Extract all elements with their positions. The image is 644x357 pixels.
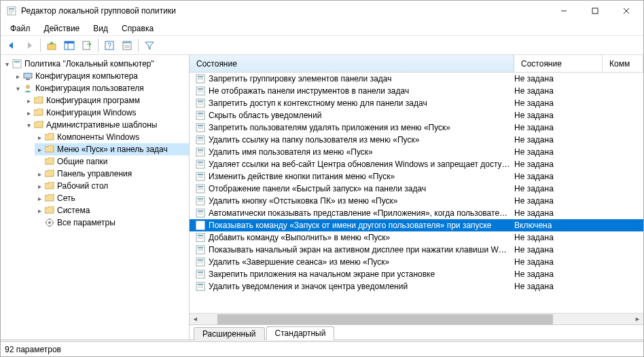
tree-admin-templates[interactable]: ▾ Административные шаблоны	[24, 119, 189, 131]
export-button[interactable]	[79, 37, 95, 54]
chevron-right-icon[interactable]: ▸	[24, 97, 33, 105]
tree-start-menu[interactable]: ▸ Меню «Пуск» и панель задач	[35, 143, 189, 155]
chevron-down-icon[interactable]: ▾	[24, 121, 33, 129]
list-item[interactable]: Удалить уведомления и значок центра увед…	[190, 280, 643, 293]
tree-pane[interactable]: ▾ Политика "Локальный компьютер" ▸ Конфи…	[1, 55, 190, 339]
list-item-comment: .	[603, 282, 643, 291]
list-item-comment: .	[603, 269, 643, 279]
window-root: Редактор локальной групповой политики Фа…	[0, 0, 644, 357]
list-item[interactable]: Удалить имя пользователя из меню «Пуск»Н…	[190, 146, 643, 158]
list-item[interactable]: Удалить кнопку «Отстыковка ПК» из меню «…	[190, 195, 643, 207]
maximize-button[interactable]	[579, 1, 611, 21]
forward-button[interactable]	[21, 37, 37, 54]
svg-rect-50	[198, 128, 203, 129]
menu-help[interactable]: Справка	[115, 22, 160, 35]
scroll-right-icon[interactable]: ►	[632, 314, 643, 325]
tree-all-settings[interactable]: Все параметры	[35, 217, 189, 229]
menu-action[interactable]: Действие	[37, 22, 87, 35]
menu-file[interactable]: Файл	[3, 22, 37, 35]
tab-extended[interactable]: Расширенный	[194, 327, 265, 340]
list-item[interactable]: Запретить доступ к контекстному меню для…	[190, 97, 643, 109]
minimize-button[interactable]	[548, 1, 579, 21]
svg-rect-68	[198, 186, 203, 187]
tree-computer-config[interactable]: ▸ Конфигурация компьютера	[13, 70, 189, 82]
tabstrip: Расширенный Стандартный	[190, 324, 643, 339]
list-item[interactable]: Показывать начальный экран на активном д…	[190, 244, 643, 256]
svg-rect-73	[198, 200, 203, 201]
tree-label: Компоненты Windows	[57, 132, 139, 142]
show-hide-tree-button[interactable]	[61, 37, 77, 54]
list-item-comment: .	[603, 74, 643, 83]
list-item[interactable]: Добавить команду «Выполнить» в меню «Пус…	[190, 231, 643, 244]
column-header-name[interactable]: Состояние	[190, 55, 514, 72]
svg-rect-102	[198, 287, 203, 288]
column-header-state[interactable]: Состояние	[514, 55, 603, 72]
up-button[interactable]	[43, 37, 60, 54]
list-item[interactable]: Скрыть область уведомленийНе задана.	[190, 109, 643, 121]
menu-view[interactable]: Вид	[86, 22, 115, 35]
tab-standard[interactable]: Стандартный	[266, 326, 335, 340]
list-item[interactable]: Автоматически показывать представление «…	[190, 207, 643, 219]
list-item-name: Удаляет ссылки на веб-сайт Центра обновл…	[209, 159, 514, 169]
svg-rect-38	[198, 92, 203, 92]
svg-rect-56	[198, 149, 203, 151]
tree-desktop[interactable]: ▸ Рабочий стол	[35, 180, 189, 192]
list-item[interactable]: Запретить пользователям удалять приложен…	[190, 121, 643, 134]
list-item-name: Показывать начальный экран на активном д…	[209, 245, 514, 255]
svg-rect-61	[198, 164, 203, 164]
list-item[interactable]: Показывать команду «Запуск от имени друг…	[190, 219, 643, 231]
tree-windows-settings[interactable]: ▸ Конфигурация Windows	[24, 107, 189, 119]
list-item-state: Не задана	[514, 257, 603, 267]
svg-rect-40	[198, 100, 203, 102]
list-item[interactable]: Не отображать панели инструментов в пане…	[190, 85, 643, 97]
svg-rect-90	[198, 250, 203, 251]
properties-button[interactable]	[119, 37, 135, 54]
chevron-right-icon[interactable]: ▸	[13, 73, 22, 80]
list-item-state: Не задана	[514, 233, 603, 242]
scroll-left-icon[interactable]: ◄	[190, 314, 201, 325]
chevron-right-icon[interactable]: ▸	[35, 170, 44, 178]
list-item-name: Запретить группировку элементов панели з…	[209, 74, 514, 83]
list-item[interactable]: Запретить группировку элементов панели з…	[190, 73, 643, 85]
list-item[interactable]: Закрепить приложения на начальном экране…	[190, 268, 643, 280]
back-button[interactable]	[3, 37, 20, 54]
list-item[interactable]: Удалить ссылку на папку пользователя из …	[190, 134, 643, 146]
chevron-right-icon[interactable]: ▸	[24, 109, 33, 117]
svg-rect-19	[124, 47, 130, 48]
chevron-down-icon[interactable]: ▾	[13, 85, 22, 92]
tree-software-settings[interactable]: ▸ Конфигурация программ	[24, 94, 189, 107]
column-header-comment[interactable]: Комм	[603, 55, 643, 72]
list-item-comment: .	[603, 86, 643, 96]
help-button[interactable]: ?	[101, 37, 118, 54]
tree-user-config[interactable]: ▾ Конфигурация пользователя	[13, 82, 189, 94]
tree-root[interactable]: ▾ Политика "Локальный компьютер"	[2, 58, 189, 70]
statusbar: 92 параметров	[1, 341, 643, 356]
chevron-right-icon[interactable]: ▸	[35, 207, 44, 214]
list-item[interactable]: Удаляет ссылки на веб-сайт Центра обновл…	[190, 158, 643, 170]
tree-shared-folders[interactable]: Общие папки	[35, 155, 189, 168]
svg-rect-45	[198, 115, 203, 115]
svg-rect-80	[198, 223, 203, 224]
list-item-state: Не задана	[514, 172, 603, 181]
list-item[interactable]: Удалить «Завершение сеанса» из меню «Пус…	[190, 256, 643, 268]
tree-control-panel[interactable]: ▸ Панель управления	[35, 168, 189, 180]
svg-rect-34	[198, 79, 203, 80]
folder-icon	[44, 193, 55, 204]
tree-windows-components[interactable]: ▸ Компоненты Windows	[35, 131, 189, 143]
chevron-right-icon[interactable]: ▸	[35, 183, 44, 190]
chevron-right-icon[interactable]: ▸	[35, 134, 44, 141]
scroll-thumb[interactable]	[217, 314, 553, 324]
list-item[interactable]: Изменить действие кнопки питания меню «П…	[190, 170, 643, 183]
chevron-right-icon[interactable]: ▸	[35, 195, 44, 202]
filter-button[interactable]	[141, 37, 158, 54]
svg-rect-74	[198, 202, 203, 202]
tree-network[interactable]: ▸ Сеть	[35, 192, 189, 204]
tree-system[interactable]: ▸ Система	[35, 204, 189, 217]
chevron-down-icon[interactable]: ▾	[2, 60, 12, 68]
list-item[interactable]: Отображение панели «Быстрый запуск» на п…	[190, 183, 643, 195]
close-button[interactable]	[611, 1, 642, 21]
chevron-right-icon[interactable]: ▸	[35, 146, 44, 153]
horizontal-scrollbar[interactable]: ◄ ►	[190, 313, 643, 324]
svg-rect-13	[83, 41, 90, 50]
titlebar: Редактор локальной групповой политики	[1, 1, 643, 21]
